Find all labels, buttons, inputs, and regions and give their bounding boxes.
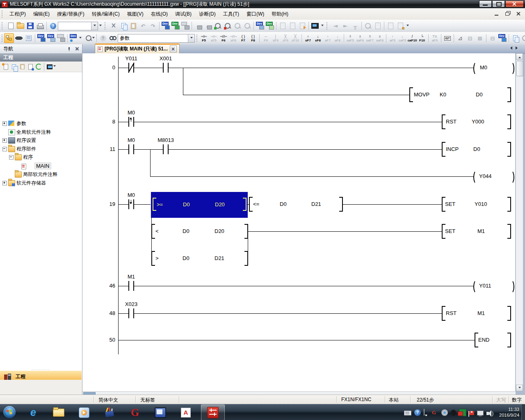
jump-window-button[interactable]: [297, 21, 307, 31]
network-tray-icon[interactable]: [477, 411, 484, 415]
ladder-symbol-sF5[interactable]: ⊣⊢sF5: [209, 33, 219, 43]
action-center-icon[interactable]: [469, 411, 474, 415]
open-project-button[interactable]: [16, 21, 25, 31]
menu-tools[interactable]: 工具(T): [219, 9, 243, 19]
scroll-down-button[interactable]: [516, 385, 523, 391]
dropdown-arrow-icon[interactable]: [188, 34, 194, 42]
remote-operation-button[interactable]: [310, 21, 320, 31]
ladder-symbol-F10[interactable]: └F10: [417, 33, 427, 43]
ladder-symbol-saF8[interactable]: ⇟saF8: [375, 33, 385, 43]
close-button[interactable]: [505, 0, 524, 7]
ladder-symbol-aF7[interactable]: ↑aF7: [323, 33, 333, 43]
menu-view[interactable]: 视图(V): [123, 9, 147, 19]
menu-edit[interactable]: 编辑(E): [30, 9, 53, 19]
ladder-symbol-saF7[interactable]: ⇞saF7: [365, 33, 375, 43]
taskbar-media-player-button[interactable]: [72, 404, 96, 420]
print-button[interactable]: [35, 21, 45, 31]
device-registration-button[interactable]: Dev: [265, 21, 275, 31]
find-button[interactable]: [108, 33, 118, 43]
ladder-symbol-F7[interactable]: ( )F7: [238, 33, 248, 43]
comment-display-button[interactable]: [386, 21, 395, 31]
menu-window[interactable]: 窗口(W): [243, 9, 268, 19]
ladder-symbol-F9[interactable]: ─F9: [261, 33, 271, 43]
next-window-button[interactable]: [288, 21, 297, 31]
list-view-button[interactable]: [24, 33, 34, 43]
ladder-symbol-aF5[interactable]: ↑aF5: [388, 33, 397, 43]
expander-icon[interactable]: [2, 121, 7, 126]
ladder-symbol-F5[interactable]: ⊣⊢F5: [199, 33, 209, 43]
ladder-symbol-F6[interactable]: ⊣/⊢F6: [219, 33, 228, 43]
redo-button[interactable]: ↷: [148, 21, 158, 31]
monitor-condition-button[interactable]: [242, 21, 252, 31]
selected-cell[interactable]: >= D0 D20: [151, 192, 248, 218]
monitor-start-button[interactable]: [213, 21, 223, 31]
toolbar-overflow[interactable]: [98, 25, 103, 27]
tab-close-icon[interactable]: [170, 46, 177, 52]
child-close-button[interactable]: [515, 11, 522, 16]
tab-scroll-right-icon[interactable]: [516, 46, 519, 50]
device-hex-button[interactable]: HX: [180, 21, 190, 31]
edit-ladder-block-button[interactable]: ⊿: [455, 33, 465, 43]
taskbar-tools-button[interactable]: [98, 404, 121, 420]
device-list-button[interactable]: Dev: [46, 33, 56, 43]
menu-online[interactable]: 在线(O): [147, 9, 171, 19]
device-search-button[interactable]: [363, 21, 373, 31]
child-minimize-button[interactable]: [494, 11, 500, 16]
statement-display-button[interactable]: [395, 21, 405, 31]
copy-icon[interactable]: [10, 63, 18, 71]
tree-item-local-comment[interactable]: 局部软元件注释: [15, 171, 57, 178]
menu-diagnostics[interactable]: 诊断(D): [195, 9, 219, 19]
minimize-button[interactable]: [479, 0, 492, 7]
monitor-mode-button[interactable]: ⊟: [488, 33, 498, 43]
start-button[interactable]: [3, 406, 16, 418]
read-mode-button[interactable]: ⊡: [465, 33, 475, 43]
menu-project[interactable]: 工程(P): [6, 9, 30, 19]
tree-item-device-memory[interactable]: 软元件存储器: [8, 179, 46, 187]
inline-st-button[interactable]: IST: [443, 33, 452, 43]
ladder-symbol-cF9[interactable]: ╳cF9: [281, 33, 290, 43]
child-restore-button[interactable]: [504, 11, 511, 16]
quick-find-combobox[interactable]: [58, 22, 98, 30]
menu-help[interactable]: 帮助(H): [268, 9, 292, 19]
new-item-icon[interactable]: [2, 63, 10, 71]
sort-icon[interactable]: [46, 63, 57, 71]
monitor-write-mode-button[interactable]: Dev: [498, 33, 507, 43]
ladder-insert-button[interactable]: ⇤: [340, 21, 350, 31]
find-target-combobox[interactable]: 参数: [118, 34, 195, 43]
satellite-tray-icon[interactable]: [450, 409, 457, 416]
module-configuration-button[interactable]: [14, 33, 24, 43]
ladder-canvas[interactable]: 0 Y011 X001 M0 MOVP K0 D0 8: [82, 53, 515, 391]
tree-item-program-setting[interactable]: 程序设置: [8, 137, 36, 144]
expander-icon[interactable]: [2, 181, 7, 185]
close-panel-icon[interactable]: [75, 46, 80, 51]
taskbar-gx-works2-button[interactable]: [201, 404, 225, 420]
device-test-button[interactable]: [82, 33, 95, 43]
refresh-icon[interactable]: [34, 63, 43, 71]
taskbar-remote-desktop-button[interactable]: [148, 404, 172, 420]
menu-debug[interactable]: 调试(B): [171, 9, 195, 19]
tree-item-program[interactable]: 程序: [15, 153, 33, 161]
ladder-symbol-saF6[interactable]: ⇟saF6: [355, 33, 365, 43]
device-comment-button[interactable]: Dev: [161, 21, 171, 31]
ladder-symbol-caF10[interactable]: /caF10: [407, 33, 417, 43]
ladder-symbol-sF7[interactable]: ↑sF7: [303, 33, 313, 43]
help-tray-icon[interactable]: ?: [414, 409, 421, 416]
device-monitor-button[interactable]: Dev: [171, 21, 180, 31]
tree-item-main[interactable]: MAIN: [21, 162, 51, 169]
device-find-button[interactable]: Dev: [37, 33, 46, 43]
tab-main-program[interactable]: [PRG]读取 MAIN (只读) 51...: [95, 43, 180, 53]
language-bar-icon[interactable]: [424, 409, 429, 416]
scroll-up-button[interactable]: [516, 53, 523, 60]
paste-icon[interactable]: [18, 63, 26, 71]
tree-item-parameter[interactable]: 参数: [8, 120, 26, 127]
tree-item-pou[interactable]: 程序部件: [8, 145, 36, 153]
help-button[interactable]: ?: [48, 21, 58, 31]
cut-button[interactable]: [109, 21, 119, 31]
help-dim-button[interactable]: ?: [98, 33, 108, 43]
taskbar-g-app-button[interactable]: G: [123, 404, 147, 420]
ladder-symbol-saF5[interactable]: ⇞saF5: [345, 33, 355, 43]
ladder-symbol-sF6[interactable]: ⊣/⊢sF6: [228, 33, 238, 43]
monitor-stop-button[interactable]: [223, 21, 233, 31]
collapser-icon[interactable]: [2, 147, 7, 151]
expander-icon[interactable]: [2, 138, 7, 143]
